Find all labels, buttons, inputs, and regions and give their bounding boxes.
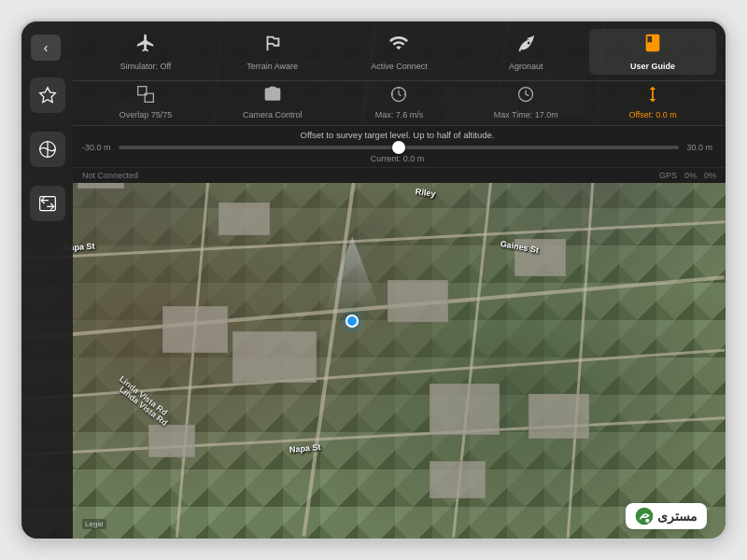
sidebar-map-layers[interactable] (30, 132, 65, 167)
watermark-icon (635, 507, 654, 525)
stat-offset[interactable]: Offset: 0.0 m (589, 85, 716, 119)
toolbar-active-connect[interactable]: Active Connect (336, 29, 463, 75)
location-dot[interactable] (345, 315, 359, 328)
toolbar-stats-row: Overlap 75/75 Camera Control (73, 80, 726, 125)
overlap-icon (136, 85, 155, 108)
watermark: مسترى (626, 503, 707, 529)
offset-icon (643, 85, 662, 108)
building-block (430, 384, 500, 435)
speed-label: Max: 7.6 m/s (375, 110, 424, 119)
toolbar-terrain-aware[interactable]: Terrain Aware (209, 29, 336, 75)
building-block (430, 461, 486, 498)
stat-time[interactable]: Max Time: 17.0m (462, 85, 589, 119)
time-icon (516, 85, 535, 108)
svg-rect-3 (39, 197, 55, 211)
simulator-icon (135, 33, 156, 59)
back-button[interactable]: ‹ (31, 35, 61, 61)
svg-point-13 (636, 508, 654, 525)
toolbar-agronaut[interactable]: Agronaut (462, 29, 589, 75)
building-block (233, 331, 317, 383)
offset-description: Offset to survey target level. Up to hal… (82, 130, 712, 140)
user-guide-label: User Guide (630, 62, 675, 71)
slider-thumb[interactable] (392, 141, 405, 154)
building-block (218, 203, 270, 235)
left-sidebar: ‹ (21, 21, 73, 539)
slider-max-label: 30.0 m (686, 143, 712, 152)
sidebar-draw-tool[interactable] (30, 77, 65, 113)
screen: Napa St Napa St Riley Gaines St Linda Vi… (21, 21, 726, 539)
status-row: Not Connected GPS 0% 0% (73, 167, 726, 183)
agronaut-label: Agronaut (509, 62, 543, 71)
terrain-icon (262, 33, 283, 59)
toolbar-nav-row: Simulator: Off Terrain Aware (73, 21, 726, 80)
speed-icon (389, 85, 408, 108)
agronaut-icon (515, 33, 536, 59)
sidebar-navigate[interactable] (30, 186, 65, 221)
gps-value: 0% (684, 171, 697, 180)
toolbar-simulator[interactable]: Simulator: Off (82, 29, 209, 75)
camera-icon (263, 85, 282, 108)
gps-indicators: GPS 0% 0% (659, 171, 716, 180)
time-label: Max Time: 17.0m (494, 110, 558, 119)
stat-camera[interactable]: Camera Control (209, 85, 336, 119)
slider-track[interactable] (119, 146, 680, 149)
slider-min-label: -30.0 m (82, 143, 111, 152)
svg-marker-0 (39, 88, 55, 103)
watermark-text: مسترى (657, 509, 698, 524)
svg-point-14 (645, 519, 649, 523)
overlap-label: Overlap 75/75 (120, 110, 173, 119)
stat-overlap[interactable]: Overlap 75/75 (82, 85, 209, 119)
gps-label: GPS (659, 171, 677, 180)
not-connected-label: Not Connected (82, 171, 138, 180)
slider-current-label: Current: 0.0 m (82, 154, 712, 163)
user-guide-icon (642, 33, 663, 59)
top-toolbar: Simulator: Off Terrain Aware (73, 21, 726, 183)
building-block (162, 306, 228, 353)
device-frame: Napa St Napa St Riley Gaines St Linda Vi… (19, 19, 728, 541)
toolbar-user-guide[interactable]: User Guide (589, 29, 716, 75)
offset-label: Offset: 0.0 m (628, 110, 676, 119)
building-block (148, 425, 195, 457)
active-connect-icon (388, 33, 409, 59)
signal-value: 0% (704, 171, 716, 180)
slider-container: -30.0 m 30.0 m (82, 143, 712, 152)
simulator-label: Simulator: Off (120, 62, 171, 71)
stat-speed[interactable]: Max: 7.6 m/s (336, 85, 463, 119)
active-connect-label: Active Connect (371, 62, 428, 71)
offset-slider-row: Offset to survey target level. Up to hal… (73, 125, 726, 167)
legal-text: Legal (82, 519, 106, 529)
building-block (388, 280, 448, 322)
terrain-label: Terrain Aware (247, 62, 298, 71)
building-block (529, 394, 589, 439)
camera-label: Camera Control (243, 110, 303, 119)
